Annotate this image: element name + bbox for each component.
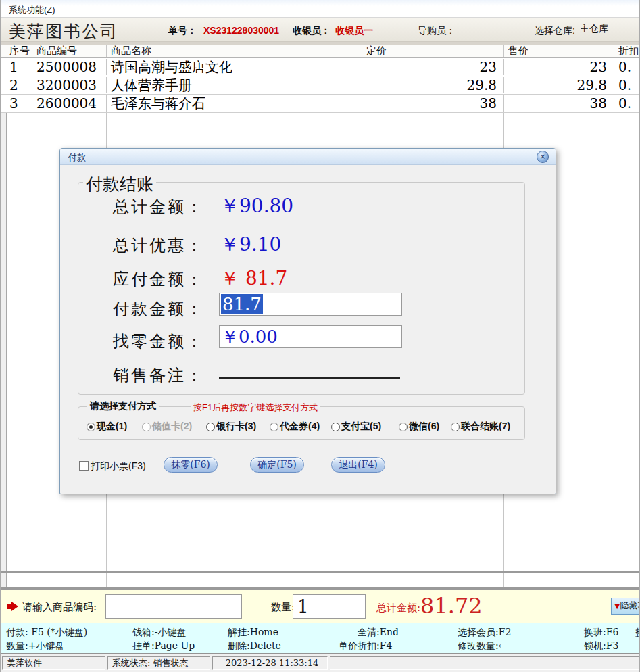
radio-label: 代金券(4)	[280, 421, 320, 433]
status-app-name: 美萍软件	[2, 656, 105, 670]
change-amount-field[interactable]: ￥0.00	[219, 325, 402, 348]
hotkey-col-drawer: 钱箱:-小键盘挂单:Page Up	[132, 625, 195, 652]
grid-header-discount: 折扣	[614, 45, 640, 57]
change-amount-label: 找零金额：	[113, 331, 204, 352]
grid-header-code: 商品编号	[32, 45, 107, 57]
status-bar: 美萍软件 系统状态: 销售状态 2023-12-28 11:33:14	[1, 653, 640, 672]
menu-label: 系统功能(	[9, 5, 47, 15]
empty-cell	[1, 113, 7, 571]
selected-input-text: 81.7	[221, 294, 263, 314]
radio-icon	[270, 423, 278, 431]
table-row[interactable]: 2 3200003 人体营养手册 29.8 29.8 0.	[1, 76, 640, 95]
empty-cell	[7, 113, 32, 571]
empty-cell	[32, 573, 107, 587]
hide-panel-button[interactable]: ▼隐藏功	[611, 598, 640, 615]
grid-header-index: 序号	[7, 45, 32, 57]
radio-stored-value-card: 储值卡(2)	[142, 421, 192, 432]
payment-summary-title: 付款结账	[83, 173, 156, 195]
hotkey-clipped-text: 整	[635, 627, 640, 639]
radio-icon	[451, 423, 460, 431]
warehouse-select[interactable]: 主仓库	[579, 23, 618, 37]
grand-total-label: 总计金额:	[376, 602, 420, 615]
cashier-value: 收银员一	[335, 25, 373, 37]
grid-header-name: 商品名称	[107, 45, 362, 57]
cell-sale-price: 38	[504, 95, 614, 112]
radio-icon	[399, 423, 408, 431]
total-discount-value: ￥9.10	[220, 232, 281, 258]
guide-label: 导购员：	[418, 25, 456, 37]
round-off-button[interactable]: 抹零(F6)	[164, 457, 218, 473]
header-bar: 美萍图书公司 单号： XS231228030001 收银员： 收银员一 导购员：…	[1, 18, 640, 42]
company-title: 美萍图书公司	[9, 20, 118, 43]
payment-method-title: 请选择支付方式	[87, 400, 159, 412]
grid-header-row: 序号 商品编号 商品名称 定价 售价 折扣	[1, 45, 640, 58]
cell-list-price: 29.8	[362, 77, 504, 93]
radio-cash[interactable]: 现金(1)	[87, 421, 127, 432]
hotkey-col-shift: 换班:F6锁机:F3	[584, 625, 618, 652]
radio-voucher[interactable]: 代金券(4)	[270, 421, 320, 432]
checkbox-label: 打印小票(F3)	[91, 460, 146, 471]
cell-index: 3	[7, 95, 32, 112]
dialog-title: 付款	[68, 151, 86, 164]
cell-discount: 0.	[614, 95, 640, 112]
grid-header-list-price: 定价	[362, 45, 504, 57]
total-discount-label: 总计优惠：	[113, 235, 204, 256]
quantity-input[interactable]	[293, 594, 366, 619]
empty-cell	[1, 573, 7, 587]
menu-system-functions[interactable]: 系统功能(Z)	[6, 3, 58, 17]
radio-icon	[331, 423, 340, 431]
status-empty-panel	[330, 656, 639, 670]
hotkey-col-hold: 解挂:Home删除:Delete	[228, 625, 281, 652]
radio-combined[interactable]: 联合结账(7)	[451, 421, 510, 432]
radio-icon	[142, 423, 151, 431]
hide-panel-label: 隐藏功	[620, 600, 640, 610]
dialog-title-bar[interactable]: 付款 ×	[60, 149, 556, 165]
sale-remark-input[interactable]	[219, 377, 400, 379]
print-receipt-checkbox[interactable]: 打印小票(F3)	[79, 460, 146, 473]
empty-cell	[107, 573, 362, 587]
checkbox-icon	[79, 461, 89, 471]
cell-sale-price: 29.8	[504, 77, 614, 93]
guide-blank-field[interactable]	[458, 37, 506, 37]
sale-remark-label: 销售备注：	[113, 364, 204, 386]
entry-bar: 请输入商品编码: 数量: 总计金额: 81.72 ▼隐藏功	[1, 589, 640, 623]
close-icon[interactable]: ×	[537, 151, 549, 163]
order-no-value: XS231228030001	[203, 25, 279, 36]
exit-button[interactable]: 退出(F4)	[331, 457, 385, 473]
payment-dialog: 付款 × 付款结账 总计金额： ￥90.80 总计优惠： ￥9.10 应付金额：…	[59, 148, 556, 494]
table-row[interactable]: 1 2500008 诗国高潮与盛唐文化 23 23 0.	[1, 58, 640, 76]
table-row-selected[interactable]: ► 3 2600004 毛泽东与蒋介石 38 38 0.	[1, 95, 640, 113]
payable-amount-value: ￥ 81.7	[220, 266, 287, 291]
radio-wechat[interactable]: 微信(6)	[399, 421, 439, 432]
radio-label: 微信(6)	[409, 421, 439, 433]
quantity-label: 数量:	[271, 601, 295, 614]
pay-amount-label: 付款金额：	[113, 298, 204, 320]
menu-bar: 系统功能(Z)	[1, 0, 640, 18]
radio-label: 联合结账(7)	[461, 421, 510, 433]
cell-code: 2600004	[32, 95, 107, 112]
item-code-label: 请输入商品编码:	[22, 601, 97, 614]
cell-list-price: 38	[362, 95, 504, 112]
item-code-input[interactable]	[105, 594, 242, 619]
radio-icon	[206, 423, 215, 431]
radio-label: 储值卡(2)	[152, 421, 192, 433]
hotkey-col-pay: 付款: F5 (*小键盘)数量:+小键盘	[6, 625, 87, 652]
radio-icon	[87, 423, 95, 431]
empty-cell	[7, 573, 32, 587]
cell-index: 1	[7, 59, 32, 75]
empty-cell	[614, 113, 640, 571]
total-amount-label: 总计金额：	[113, 196, 204, 218]
pos-window: 系统功能(Z) 美萍图书公司 单号： XS231228030001 收银员： 收…	[0, 0, 640, 672]
empty-cell	[362, 573, 504, 587]
cell-code: 2500008	[32, 59, 107, 75]
cell-name: 诗国高潮与盛唐文化	[107, 58, 362, 76]
confirm-button[interactable]: 确定(F5)	[250, 457, 304, 473]
grid-header-sale-price: 售价	[504, 45, 614, 57]
radio-bank-card[interactable]: 银行卡(3)	[206, 421, 256, 432]
radio-alipay[interactable]: 支付宝(5)	[331, 421, 381, 432]
order-no-label: 单号：	[168, 25, 197, 37]
pay-amount-input[interactable]: 81.7	[219, 293, 402, 316]
radio-label: 支付宝(5)	[341, 421, 381, 433]
cell-code: 3200003	[32, 77, 107, 93]
payment-method-hint: 按F1后再按数字键选择支付方式	[191, 402, 320, 414]
